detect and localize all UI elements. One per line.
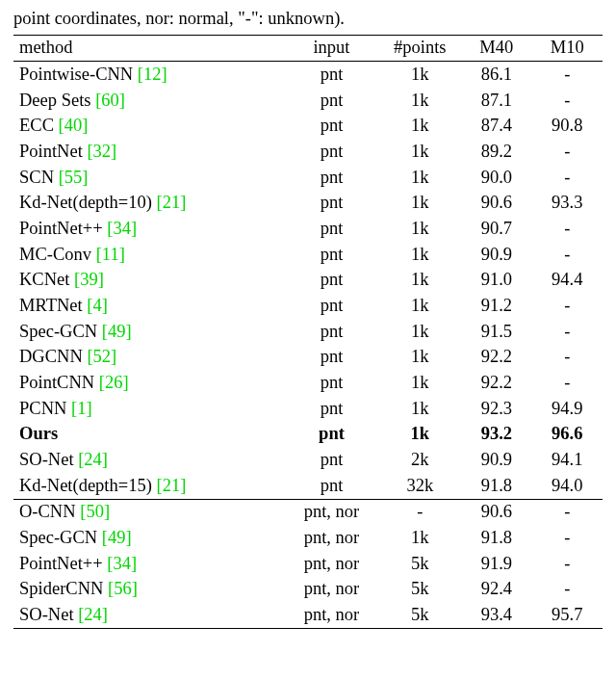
cell-method: SO-Net [24] (13, 602, 285, 628)
citation-link[interactable]: [56] (108, 579, 138, 598)
cell-m10: - (532, 62, 603, 88)
col-header-method: method (13, 35, 285, 62)
cell-m40: 91.2 (461, 293, 531, 319)
cell-method: Kd-Net(depth=15) [21] (13, 473, 285, 499)
cell-m40: 91.9 (461, 551, 531, 577)
cell-method: O-CNN [50] (13, 499, 285, 525)
cell-m40: 90.0 (461, 165, 531, 191)
citation-link[interactable]: [24] (78, 450, 108, 469)
cell-points: 1k (378, 345, 461, 371)
cell-m40: 90.6 (461, 191, 531, 217)
citation-link[interactable]: [21] (156, 193, 186, 212)
cell-method: PointNet [32] (13, 139, 285, 165)
cell-m10: 94.0 (532, 473, 603, 499)
cell-method: Ours (13, 422, 285, 448)
col-header-points: #points (378, 35, 461, 62)
citation-link[interactable]: [1] (71, 399, 92, 418)
citation-link[interactable]: [34] (107, 554, 137, 573)
cell-method: PointNet++ [34] (13, 551, 285, 577)
citation-link[interactable]: [40] (59, 116, 89, 135)
method-name: SCN (19, 168, 59, 187)
citation-link[interactable]: [4] (87, 296, 108, 315)
table-row: SCN [55]pnt1k90.0- (13, 165, 603, 191)
method-name: SO-Net (19, 605, 78, 624)
table-row: ECC [40]pnt1k87.490.8 (13, 114, 603, 140)
table-row: Kd-Net(depth=15) [21]pnt32k91.894.0 (13, 473, 603, 499)
cell-m40: 93.4 (461, 602, 531, 628)
cell-input: pnt (285, 473, 379, 499)
cell-m40: 91.0 (461, 268, 531, 294)
citation-link[interactable]: [24] (78, 605, 108, 624)
cell-m40: 89.2 (461, 139, 531, 165)
citation-link[interactable]: [52] (87, 347, 116, 366)
cell-points: 1k (378, 242, 461, 268)
citation-link[interactable]: [49] (102, 528, 132, 547)
method-name: PointNet (19, 142, 87, 161)
cell-input: pnt (285, 114, 379, 140)
cell-m40: 90.7 (461, 216, 531, 242)
method-name: O-CNN (19, 502, 80, 521)
cell-points: 1k (378, 139, 461, 165)
method-name: Pointwise-CNN (19, 65, 138, 84)
cell-input: pnt (285, 422, 379, 448)
table-row: PointNet++ [34]pnt1k90.7- (13, 216, 603, 242)
cell-method: Spec-GCN [49] (13, 319, 285, 345)
cell-m40: 92.4 (461, 577, 531, 603)
citation-link[interactable]: [34] (107, 219, 137, 238)
cell-points: 1k (378, 319, 461, 345)
cell-m10: 96.6 (532, 422, 603, 448)
citation-link[interactable]: [49] (102, 322, 132, 341)
table-row: KCNet [39]pnt1k91.094.4 (13, 268, 603, 294)
table-row: PointNet [32]pnt1k89.2- (13, 139, 603, 165)
cell-points: 2k (378, 447, 461, 473)
citation-link[interactable]: [55] (59, 168, 89, 187)
cell-method: PointCNN [26] (13, 370, 285, 396)
cell-m10: 93.3 (532, 191, 603, 217)
citation-link[interactable]: [39] (74, 270, 104, 289)
cell-m40: 90.6 (461, 499, 531, 525)
cell-input: pnt (285, 216, 379, 242)
cell-points: 1k (378, 191, 461, 217)
cell-m10: 94.4 (532, 268, 603, 294)
cell-input: pnt (285, 319, 379, 345)
citation-link[interactable]: [50] (80, 502, 110, 521)
method-name: Spec-GCN (19, 528, 102, 547)
table-header-row: method input #points M40 M10 (13, 35, 603, 62)
cell-input: pnt (285, 370, 379, 396)
citation-link[interactable]: [32] (87, 142, 116, 161)
cell-m40: 87.4 (461, 114, 531, 140)
cell-points: 5k (378, 577, 461, 603)
cell-m10: - (532, 88, 603, 114)
table-caption-fragment: point coordinates, nor: normal, "-": unk… (13, 8, 603, 31)
cell-m10: 94.9 (532, 396, 603, 422)
cell-input: pnt (285, 396, 379, 422)
citation-link[interactable]: [11] (96, 245, 125, 264)
col-header-m40: M40 (461, 35, 531, 62)
method-name: Kd-Net(depth=15) (19, 476, 156, 495)
cell-m10: - (532, 370, 603, 396)
citation-link[interactable]: [26] (99, 373, 129, 392)
table-row: SO-Net [24]pnt, nor5k93.495.7 (13, 602, 603, 628)
col-header-m10: M10 (532, 35, 603, 62)
cell-input: pnt (285, 345, 379, 371)
cell-points: 1k (378, 88, 461, 114)
cell-input: pnt (285, 165, 379, 191)
citation-link[interactable]: [21] (156, 476, 186, 495)
citation-link[interactable]: [12] (138, 65, 167, 84)
citation-link[interactable]: [60] (95, 91, 125, 110)
cell-method: Spec-GCN [49] (13, 525, 285, 551)
method-name: PointCNN (19, 373, 99, 392)
cell-m10: - (532, 165, 603, 191)
col-header-input: input (285, 35, 379, 62)
cell-input: pnt, nor (285, 577, 379, 603)
cell-points: 1k (378, 525, 461, 551)
cell-m40: 86.1 (461, 62, 531, 88)
method-name: PointNet++ (19, 219, 107, 238)
cell-method: MC-Conv [11] (13, 242, 285, 268)
cell-input: pnt, nor (285, 551, 379, 577)
method-name: SO-Net (19, 450, 78, 469)
cell-m40: 87.1 (461, 88, 531, 114)
cell-input: pnt, nor (285, 499, 379, 525)
cell-points: 1k (378, 165, 461, 191)
cell-m10: - (532, 577, 603, 603)
